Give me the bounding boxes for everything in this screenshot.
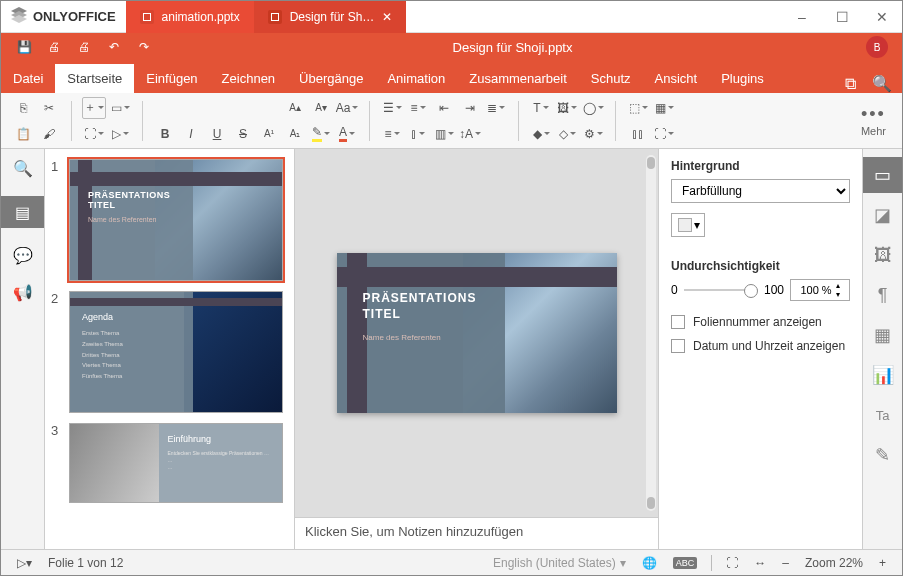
menu-zeichnen[interactable]: Zeichnen bbox=[210, 64, 287, 93]
undo-icon[interactable]: ↶ bbox=[99, 40, 129, 54]
feedback-icon[interactable]: 📢 bbox=[13, 283, 33, 302]
image-button[interactable]: 🖼 bbox=[555, 97, 579, 119]
menu-zusammenarbeit[interactable]: Zusammenarbeit bbox=[457, 64, 579, 93]
slide-layout-button[interactable]: ▭ bbox=[108, 97, 132, 119]
format-painter-icon[interactable]: 🖌 bbox=[37, 123, 61, 145]
menu-plugins[interactable]: Plugins bbox=[709, 64, 776, 93]
canvas-scrollbar[interactable] bbox=[646, 155, 656, 511]
shape-outline-button[interactable]: ◇ bbox=[555, 123, 579, 145]
slide-canvas[interactable]: PRÄSENTATIONSTITEL Name des Referenten bbox=[337, 253, 617, 413]
paragraph-settings-icon[interactable]: ¶ bbox=[863, 277, 902, 313]
menu-datei[interactable]: Datei bbox=[1, 64, 55, 93]
slide-size-button-2[interactable]: ⛶ bbox=[652, 123, 676, 145]
fit-slide-icon[interactable]: ⛶ bbox=[726, 556, 738, 570]
checkbox-slide-number[interactable] bbox=[671, 315, 685, 329]
shape-settings-icon[interactable]: ◪ bbox=[863, 197, 902, 233]
window-maximize[interactable]: ☐ bbox=[822, 9, 862, 25]
change-case-button[interactable]: Aa bbox=[335, 97, 359, 119]
insert-columns-button[interactable]: ▥ bbox=[432, 123, 456, 145]
text-direction-button[interactable]: ↕A bbox=[458, 123, 482, 145]
align-objects-button[interactable]: ▦ bbox=[652, 97, 676, 119]
align-horizontal-button[interactable]: ≡ bbox=[380, 123, 404, 145]
new-slide-button[interactable]: ＋ bbox=[82, 97, 106, 119]
bullets-button[interactable]: ☰ bbox=[380, 97, 404, 119]
window-minimize[interactable]: – bbox=[782, 9, 822, 25]
play-slideshow-icon[interactable]: ▷▾ bbox=[17, 556, 32, 570]
textbox-button[interactable]: T bbox=[529, 97, 553, 119]
distribute-button[interactable]: ⫿⫿ bbox=[626, 123, 650, 145]
bold-button[interactable]: B bbox=[153, 123, 177, 145]
opacity-spinner[interactable]: 100 % ▴▾ bbox=[790, 279, 850, 301]
align-vertical-button[interactable]: ⫿ bbox=[406, 123, 430, 145]
table-settings-icon[interactable]: ▦ bbox=[863, 317, 902, 353]
shape-settings-button[interactable]: ⚙ bbox=[581, 123, 605, 145]
print-icon[interactable]: 🖨 bbox=[39, 40, 69, 54]
underline-button[interactable]: U bbox=[205, 123, 229, 145]
quick-print-icon[interactable]: 🖨 bbox=[69, 40, 99, 54]
subscript-button[interactable]: A₁ bbox=[283, 123, 307, 145]
strikethrough-button[interactable]: S bbox=[231, 123, 255, 145]
increase-indent-icon[interactable]: ⇥ bbox=[458, 97, 482, 119]
slide-thumb-1[interactable]: PRÄSENTATIONSTITEL Name des Referenten bbox=[69, 159, 283, 281]
thumb-title: Einführung bbox=[168, 434, 212, 444]
text-art-settings-icon[interactable]: Ta bbox=[863, 397, 902, 433]
zoom-out-icon[interactable]: – bbox=[782, 556, 789, 570]
line-spacing-button[interactable]: ≣ bbox=[484, 97, 508, 119]
search-icon[interactable]: 🔍 bbox=[872, 74, 892, 93]
highlight-button[interactable]: ✎ bbox=[309, 123, 333, 145]
comments-icon[interactable]: 💬 bbox=[13, 246, 33, 265]
signature-settings-icon[interactable]: ✎ bbox=[863, 437, 902, 473]
window-close[interactable]: ✕ bbox=[862, 9, 902, 25]
menu-uebergaenge[interactable]: Übergänge bbox=[287, 64, 375, 93]
doc-tab-1[interactable]: Design für Sh… ✕ bbox=[254, 1, 407, 33]
checkbox-date-time[interactable] bbox=[671, 339, 685, 353]
arrange-button[interactable]: ⬚ bbox=[626, 97, 650, 119]
titlebar: ONLYOFFICE animation.pptx Design für Sh…… bbox=[1, 1, 902, 33]
fit-width-icon[interactable]: ↔ bbox=[754, 556, 766, 570]
open-file-location-icon[interactable]: ⧉ bbox=[845, 75, 856, 93]
increase-font-icon[interactable]: A▴ bbox=[283, 97, 307, 119]
doc-tab-label: Design für Sh… bbox=[290, 10, 375, 24]
tab-close-icon[interactable]: ✕ bbox=[382, 10, 392, 24]
save-icon[interactable]: 💾 bbox=[9, 40, 39, 54]
numbering-button[interactable]: ≡ bbox=[406, 97, 430, 119]
copy-icon[interactable]: ⎘ bbox=[11, 97, 35, 119]
superscript-button[interactable]: A¹ bbox=[257, 123, 281, 145]
menu-startseite[interactable]: Startseite bbox=[55, 64, 134, 93]
start-slideshow-button[interactable]: ▷ bbox=[108, 123, 132, 145]
shape-fill-button[interactable]: ◆ bbox=[529, 123, 553, 145]
opacity-slider[interactable] bbox=[684, 289, 758, 291]
spellcheck-icon[interactable]: ABC bbox=[673, 557, 698, 569]
paste-icon[interactable]: 📋 bbox=[11, 123, 35, 145]
find-icon[interactable]: 🔍 bbox=[13, 159, 33, 178]
redo-icon[interactable]: ↷ bbox=[129, 40, 159, 54]
toolbar-more[interactable]: ••• Mehr bbox=[849, 104, 898, 137]
decrease-font-icon[interactable]: A▾ bbox=[309, 97, 333, 119]
doc-tab-0[interactable]: animation.pptx bbox=[126, 1, 254, 33]
set-language-icon[interactable]: 🌐 bbox=[642, 556, 657, 570]
fill-type-select[interactable]: Farbfüllung bbox=[671, 179, 850, 203]
slide-size-button[interactable]: ⛶ bbox=[82, 123, 106, 145]
menu-animation[interactable]: Animation bbox=[375, 64, 457, 93]
cut-icon[interactable]: ✂ bbox=[37, 97, 61, 119]
canvas-viewport[interactable]: PRÄSENTATIONSTITEL Name des Referenten bbox=[295, 149, 658, 517]
italic-button[interactable]: I bbox=[179, 123, 203, 145]
document-language[interactable]: English (United States) ▾ bbox=[493, 556, 626, 570]
slide-thumb-2[interactable]: Agenda Erstes Thema Zweites Thema Dritte… bbox=[69, 291, 283, 413]
slide-settings-icon[interactable]: ▭ bbox=[863, 157, 902, 193]
menu-schutz[interactable]: Schutz bbox=[579, 64, 643, 93]
zoom-in-icon[interactable]: + bbox=[879, 556, 886, 570]
slides-pane-icon[interactable]: ▤ bbox=[1, 196, 44, 228]
fill-color-button[interactable]: ▾ bbox=[671, 213, 705, 237]
notes-pane[interactable]: Klicken Sie, um Notizen hinzuzufügen bbox=[295, 517, 658, 549]
decrease-indent-icon[interactable]: ⇤ bbox=[432, 97, 456, 119]
font-color-button[interactable]: A bbox=[335, 123, 359, 145]
slide-thumb-3[interactable]: Einführung Entdecken Sie erstklassige Pr… bbox=[69, 423, 283, 503]
menu-ansicht[interactable]: Ansicht bbox=[643, 64, 710, 93]
menu-einfuegen[interactable]: Einfügen bbox=[134, 64, 209, 93]
chart-settings-icon[interactable]: 📊 bbox=[863, 357, 902, 393]
user-avatar[interactable]: B bbox=[866, 36, 888, 58]
shape-button[interactable]: ◯ bbox=[581, 97, 605, 119]
image-settings-icon[interactable]: 🖼 bbox=[863, 237, 902, 273]
zoom-label[interactable]: Zoom 22% bbox=[805, 556, 863, 570]
